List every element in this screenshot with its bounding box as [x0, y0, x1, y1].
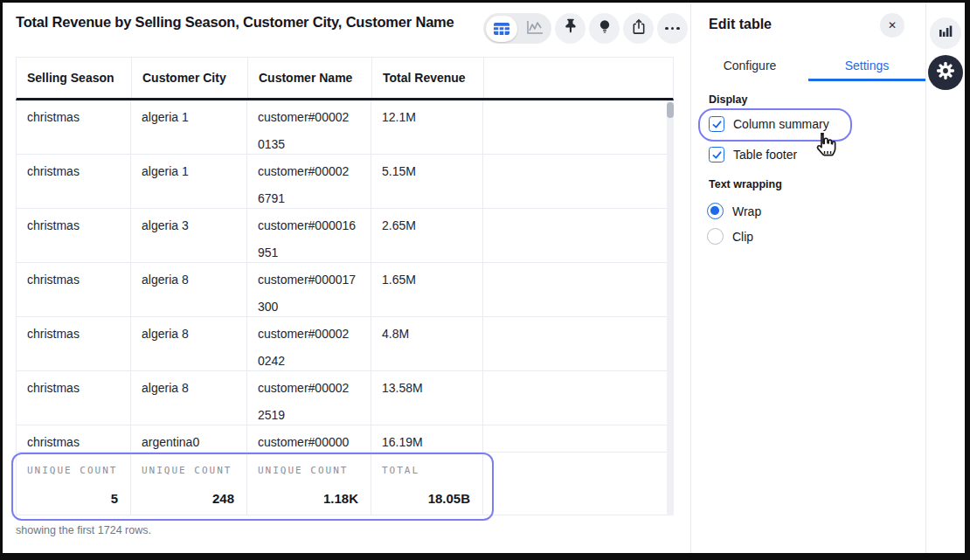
bar-chart-icon [937, 23, 954, 44]
table-row: christmas algeria 8 customer#000020242 4… [17, 317, 668, 371]
cell-customer-city[interactable]: algeria 8 [131, 317, 247, 370]
cell-selling-season[interactable]: christmas [17, 155, 131, 208]
share-button[interactable] [623, 13, 654, 44]
column-header-customer-name[interactable]: Customer Name [248, 58, 372, 98]
radio-label: Clip [732, 230, 753, 244]
summary-value: 1.18K [323, 491, 358, 506]
summary-cell[interactable]: UNIQUE COUNT 1.18K [247, 453, 371, 515]
cell-selling-season[interactable]: christmas [17, 371, 131, 425]
close-button[interactable]: ✕ [880, 13, 904, 38]
table-scrollbar[interactable] [667, 100, 674, 515]
more-icon [665, 27, 680, 31]
summary-cell-empty[interactable] [483, 453, 668, 515]
cell-total-revenue[interactable]: 2.65M [371, 209, 483, 262]
checkbox-checked-icon [709, 147, 724, 162]
data-table: Selling Season Customer City Customer Na… [16, 57, 674, 515]
cell-selling-season[interactable]: christmas [17, 317, 131, 370]
cell-empty[interactable] [483, 317, 668, 370]
text-wrapping-section-label: Text wrapping [709, 178, 782, 190]
cell-selling-season[interactable]: christmas [17, 209, 131, 262]
customer-name-line1: customer#00002 [258, 104, 360, 131]
bar-chart-rail-button[interactable] [930, 17, 961, 49]
customer-name-line1: customer#000017 [258, 266, 360, 294]
cell-customer-city[interactable]: algeria 3 [131, 209, 247, 262]
gear-rail-button[interactable] [928, 55, 963, 90]
customer-name-line1: customer#00002 [258, 321, 360, 348]
column-header-customer-city[interactable]: Customer City [132, 58, 248, 98]
customer-name-line1: customer#00002 [258, 158, 360, 185]
column-header-empty[interactable] [484, 58, 673, 98]
cell-total-revenue[interactable]: 1.65M [371, 263, 483, 316]
cell-customer-city[interactable]: algeria 8 [131, 371, 247, 425]
cell-customer-name[interactable]: customer#000026791 [247, 155, 371, 208]
checkbox-checked-icon [709, 116, 724, 132]
cell-empty[interactable] [483, 263, 668, 316]
table-view-button[interactable] [483, 13, 517, 44]
gear-icon [935, 60, 956, 85]
scrollbar-thumb[interactable] [667, 102, 674, 118]
more-button[interactable] [657, 13, 688, 44]
customer-name-line1: customer#000016 [258, 212, 360, 239]
summary-cell[interactable]: UNIQUE COUNT 248 [131, 453, 247, 515]
table-header-row: Selling Season Customer City Customer Na… [16, 57, 674, 100]
cell-customer-name[interactable]: customer#000020242 [247, 317, 371, 370]
cell-selling-season[interactable]: christmas [17, 263, 131, 316]
cell-selling-season[interactable]: christmas [17, 425, 131, 452]
summary-value: 248 [212, 491, 234, 506]
summary-label: UNIQUE COUNT [142, 465, 236, 476]
cell-selling-season[interactable]: christmas [17, 100, 131, 154]
cell-empty[interactable] [483, 209, 668, 262]
cell-empty[interactable] [483, 155, 668, 208]
cell-customer-city[interactable]: algeria 8 [131, 263, 247, 316]
cell-customer-city[interactable]: algeria 1 [131, 155, 247, 208]
summary-label: UNIQUE COUNT [258, 465, 360, 476]
column-summary-row: UNIQUE COUNT 5 UNIQUE COUNT 248 UNIQUE C… [17, 453, 668, 515]
cell-customer-name[interactable]: customer#000020135 [247, 100, 371, 154]
checkbox-table-footer[interactable]: Table footer [709, 147, 797, 162]
table-body: christmas algeria 1 customer#000020135 1… [16, 100, 674, 515]
cell-total-revenue[interactable]: 12.1M [371, 100, 483, 154]
worksheet-area: Total Revenue by Selling Season, Custome… [3, 3, 690, 553]
summary-value: 5 [111, 491, 118, 506]
table-row: christmas algeria 1 customer#000026791 5… [17, 155, 668, 209]
customer-name-line1: customer#00002 [258, 375, 360, 402]
cell-empty[interactable] [483, 100, 668, 154]
column-header-total-revenue[interactable]: Total Revenue [372, 58, 484, 98]
customer-name-line1: customer#00000 [258, 429, 360, 452]
column-header-selling-season[interactable]: Selling Season [17, 58, 132, 98]
cell-total-revenue[interactable]: 4.8M [371, 317, 483, 370]
cell-customer-city[interactable]: argentina0 [131, 425, 247, 452]
radio-clip[interactable]: Clip [707, 228, 753, 245]
lightbulb-button[interactable] [589, 13, 620, 44]
cell-total-revenue[interactable]: 5.15M [371, 155, 483, 208]
table-row: christmas argentina0 customer#00000 16.1… [17, 425, 668, 453]
pin-button[interactable] [555, 13, 585, 44]
summary-cell[interactable]: UNIQUE COUNT 5 [17, 453, 131, 515]
cell-customer-name[interactable]: customer#00000 [247, 425, 371, 452]
page-title: Total Revenue by Selling Season, Custome… [16, 14, 454, 31]
edit-table-panel: Edit table ✕ Configure Settings Display … [691, 3, 925, 553]
chart-view-button[interactable] [517, 13, 551, 44]
cell-customer-name[interactable]: customer#000022519 [247, 371, 371, 425]
display-section-label: Display [709, 93, 747, 106]
checkbox-column-summary[interactable]: Column summary [709, 116, 829, 132]
tab-settings[interactable]: Settings [808, 52, 925, 81]
cell-customer-city[interactable]: algeria 1 [131, 100, 247, 154]
cell-customer-name[interactable]: customer#000016951 [247, 209, 371, 262]
summary-value: 18.05B [428, 491, 470, 506]
tab-configure[interactable]: Configure [691, 52, 808, 81]
checkbox-label: Table footer [733, 148, 797, 162]
table-row: christmas algeria 1 customer#000020135 1… [17, 100, 668, 155]
cell-total-revenue[interactable]: 16.19M [371, 425, 483, 452]
cell-customer-name[interactable]: customer#000017300 [247, 263, 371, 316]
app-window: Total Revenue by Selling Season, Custome… [0, 0, 970, 560]
cell-empty[interactable] [483, 425, 668, 452]
radio-label: Wrap [732, 204, 761, 218]
summary-cell[interactable]: TOTAL 18.05B [371, 453, 483, 515]
view-toggle[interactable] [483, 13, 551, 44]
cell-total-revenue[interactable]: 13.58M [371, 371, 483, 425]
checkbox-label: Column summary [733, 117, 829, 131]
summary-label: TOTAL [382, 465, 472, 476]
radio-wrap[interactable]: Wrap [707, 203, 761, 219]
cell-empty[interactable] [483, 371, 668, 425]
